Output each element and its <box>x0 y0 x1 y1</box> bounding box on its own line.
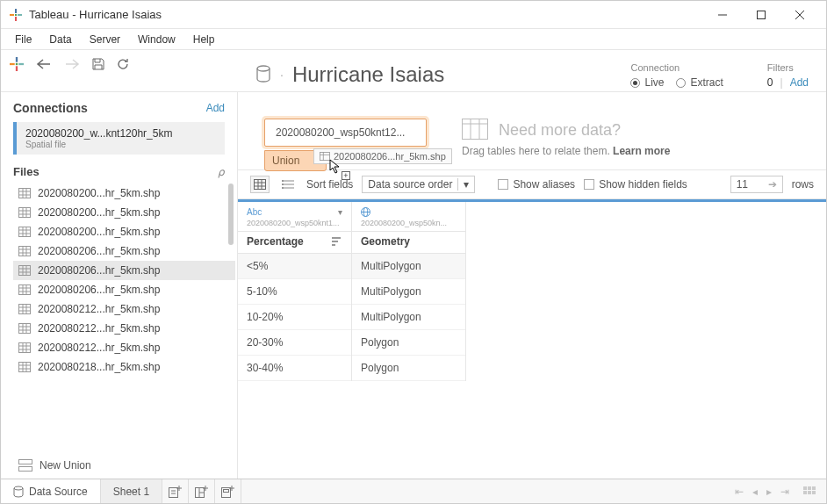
close-button[interactable] <box>780 2 819 28</box>
grid-cell[interactable]: 10-20% <box>238 305 351 330</box>
nav-next-button[interactable]: ▸ <box>766 486 772 498</box>
svg-rect-111 <box>812 491 816 494</box>
file-row[interactable]: 2020080212...hr_5km.shp <box>13 338 235 357</box>
need-more-data-subtitle: Drag tables here to relate them. Learn m… <box>462 145 670 157</box>
bottom-tabs: Data Source Sheet 1 ⇤ ◂ ▸ ⇥ <box>1 479 826 503</box>
maximize-button[interactable] <box>742 2 780 28</box>
drag-ghost: 2020080206...hr_5km.shp <box>313 148 452 164</box>
file-row[interactable]: 2020080200...hr_5km.shp <box>13 203 235 222</box>
column-source: 2020080200_wsp50knt1... <box>247 219 342 227</box>
svg-point-82 <box>282 180 284 182</box>
connections-add-link[interactable]: Add <box>206 102 225 114</box>
tableau-logo-icon[interactable] <box>10 57 24 71</box>
svg-rect-107 <box>808 486 811 490</box>
files-heading: Files <box>13 165 40 178</box>
svg-rect-35 <box>19 266 31 276</box>
new-union-button[interactable]: New Union <box>13 450 237 480</box>
table-icon <box>18 227 31 237</box>
grid-view-button[interactable] <box>250 176 270 193</box>
svg-rect-67 <box>320 152 330 160</box>
chevron-down-icon[interactable]: ▾ <box>338 207 342 217</box>
menu-server[interactable]: Server <box>81 30 129 49</box>
checkbox-icon <box>584 179 594 190</box>
data-source-tab[interactable]: Data Source <box>1 479 101 503</box>
connection-extract-radio[interactable]: Extract <box>676 76 723 89</box>
column-geometry[interactable]: Geometry <box>352 232 465 254</box>
file-row[interactable]: 2020080218...hr_5km.shp <box>13 357 235 377</box>
file-row[interactable]: 2020080206...hr_5km.shp <box>13 280 235 299</box>
rows-input[interactable]: 11 ➔ <box>730 176 783 193</box>
save-button[interactable] <box>92 58 104 70</box>
grid-cell[interactable]: MultiPolygon <box>352 254 465 279</box>
connection-card[interactable]: 2020080200_w...knt120hr_5km Spatial file <box>13 122 225 155</box>
back-button[interactable] <box>36 58 52 70</box>
svg-rect-10 <box>16 66 18 71</box>
menu-help[interactable]: Help <box>184 30 224 49</box>
menu-window[interactable]: Window <box>129 30 184 49</box>
grid-cell[interactable]: Polygon <box>352 330 465 356</box>
connection-live-radio[interactable]: Live <box>630 76 664 89</box>
minimize-button[interactable] <box>703 2 742 28</box>
svg-rect-70 <box>463 119 488 140</box>
forward-button[interactable] <box>64 58 80 70</box>
connection-label: Connection <box>630 62 723 73</box>
sheet-1-tab[interactable]: Sheet 1 <box>101 479 162 503</box>
svg-rect-15 <box>19 189 31 198</box>
file-row[interactable]: 2020080200...hr_5km.shp <box>13 184 235 203</box>
menu-file[interactable]: File <box>6 30 40 49</box>
sort-desc-icon[interactable] <box>332 237 342 246</box>
file-list-scrollbar[interactable] <box>228 184 234 245</box>
new-worksheet-button[interactable] <box>162 479 189 503</box>
datatype-globe-icon[interactable] <box>361 207 370 217</box>
svg-rect-12 <box>18 63 24 65</box>
connections-heading: Connections <box>13 101 88 115</box>
grid-cell[interactable]: <5% <box>238 254 351 279</box>
plus-badge-icon: + <box>342 171 350 180</box>
grid-cell[interactable]: MultiPolygon <box>352 279 465 305</box>
datasource-title[interactable]: Hurricane Isaias <box>292 62 444 87</box>
table-icon <box>18 323 31 334</box>
datasource-tab-icon <box>13 486 24 498</box>
show-sheets-button[interactable] <box>803 486 816 497</box>
file-row[interactable]: 2020080212...hr_5km.shp <box>13 319 235 338</box>
svg-rect-4 <box>15 14 17 16</box>
show-aliases-checkbox[interactable]: Show aliases <box>498 178 575 191</box>
radio-unchecked-icon <box>676 78 686 88</box>
show-hidden-fields-checkbox[interactable]: Show hidden fields <box>584 178 687 191</box>
svg-rect-66 <box>19 467 32 472</box>
table-icon <box>18 246 31 256</box>
svg-rect-40 <box>19 285 31 295</box>
file-list: 2020080200...hr_5km.shp 2020080200...hr_… <box>13 184 237 450</box>
grid-cell[interactable]: Polygon <box>352 356 465 381</box>
file-row[interactable]: 2020080206...hr_5km.shp <box>13 261 235 280</box>
file-row[interactable]: 2020080212...hr_5km.shp <box>13 299 235 319</box>
menu-data[interactable]: Data <box>40 30 80 49</box>
svg-rect-106 <box>803 486 807 490</box>
new-dashboard-button[interactable] <box>189 479 215 503</box>
files-search-icon[interactable]: ⍴ <box>218 166 225 178</box>
list-view-button[interactable] <box>278 176 298 193</box>
filters-add-link[interactable]: Add <box>790 76 809 89</box>
file-row[interactable]: 2020080206...hr_5km.shp <box>13 241 235 261</box>
nav-first-button[interactable]: ⇤ <box>735 486 744 498</box>
nav-last-button[interactable]: ⇥ <box>780 486 789 498</box>
sort-fields-select[interactable]: Data source order ▾ <box>362 176 475 193</box>
table-icon <box>18 265 31 276</box>
table-icon <box>18 362 31 372</box>
file-row[interactable]: 2020080200...hr_5km.shp <box>13 222 235 241</box>
data-grid: Abc ▾ 2020080200_wsp50knt1... Percentage <box>238 199 826 381</box>
column-percentage[interactable]: Percentage <box>238 232 351 254</box>
relationship-canvas[interactable]: 2020080200_wsp50knt12... Union 202008020… <box>238 92 826 169</box>
new-story-button[interactable] <box>215 479 241 503</box>
svg-rect-1 <box>15 17 17 21</box>
grid-cell[interactable]: 5-10% <box>238 279 351 305</box>
grid-cell[interactable]: 20-30% <box>238 330 351 356</box>
refresh-button[interactable] <box>117 58 129 70</box>
grid-cell[interactable]: 30-40% <box>238 356 351 381</box>
datatype-abc-icon[interactable]: Abc <box>247 207 262 217</box>
svg-rect-13 <box>16 63 18 65</box>
grid-cell[interactable]: MultiPolygon <box>352 305 465 330</box>
learn-more-link[interactable]: Learn more <box>613 145 670 157</box>
canvas-table-pill[interactable]: 2020080200_wsp50knt12... <box>264 119 427 147</box>
nav-prev-button[interactable]: ◂ <box>752 486 758 498</box>
